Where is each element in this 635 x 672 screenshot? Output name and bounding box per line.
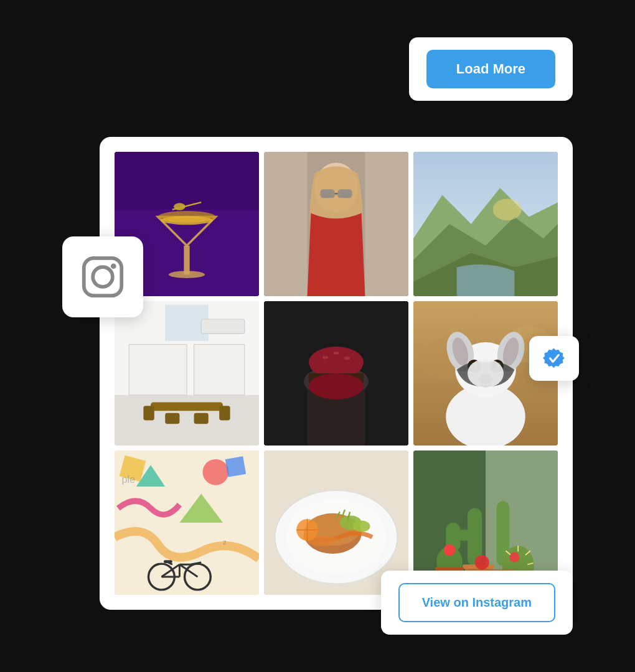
load-more-button[interactable]: Load More — [426, 50, 555, 88]
svg-point-38 — [322, 356, 328, 359]
svg-point-7 — [174, 203, 186, 210]
svg-rect-12 — [337, 189, 352, 198]
fashion-svg — [264, 152, 408, 296]
interior-svg — [115, 301, 259, 446]
svg-rect-28 — [165, 413, 179, 424]
photo-cell-fashion[interactable] — [264, 152, 408, 296]
photo-grid: ple z — [115, 152, 558, 595]
svg-point-37 — [309, 373, 364, 399]
svg-point-39 — [333, 352, 339, 355]
svg-point-3 — [169, 271, 205, 278]
svg-point-100 — [444, 544, 456, 556]
svg-point-106 — [111, 263, 116, 269]
svg-point-105 — [93, 267, 113, 287]
svg-rect-27 — [219, 406, 230, 420]
mountain-svg — [413, 152, 558, 296]
svg-point-102 — [475, 555, 489, 569]
svg-rect-25 — [151, 402, 223, 411]
svg-rect-2 — [184, 246, 189, 274]
instagram-icon — [80, 254, 125, 299]
svg-point-18 — [493, 198, 522, 220]
verified-badge-icon — [543, 347, 565, 370]
svg-rect-23 — [194, 345, 245, 395]
svg-point-81 — [353, 521, 370, 533]
photo-cell-interior[interactable] — [115, 301, 259, 446]
scene: Load More — [62, 37, 573, 635]
load-more-card: Load More — [409, 37, 573, 101]
svg-text:z: z — [223, 538, 227, 546]
svg-point-103 — [509, 553, 519, 562]
art-svg: ple z — [115, 450, 259, 595]
svg-rect-22 — [129, 345, 187, 395]
verified-badge-card — [529, 336, 579, 381]
svg-rect-26 — [143, 406, 154, 420]
svg-point-55 — [468, 359, 504, 388]
photo-cell-food[interactable] — [264, 301, 408, 446]
svg-rect-29 — [194, 413, 209, 424]
view-on-instagram-card: View on Instagram — [381, 571, 573, 635]
svg-rect-30 — [201, 319, 245, 334]
svg-point-59 — [203, 459, 229, 485]
photo-cell-mountain[interactable] — [413, 152, 558, 296]
svg-rect-11 — [320, 189, 334, 198]
view-on-instagram-button[interactable]: View on Instagram — [398, 583, 555, 622]
instagram-icon-card — [62, 236, 143, 317]
svg-rect-60 — [225, 456, 247, 477]
instagram-grid-card: ple z — [100, 137, 573, 610]
svg-point-5 — [161, 216, 213, 225]
svg-rect-104 — [84, 258, 121, 296]
food-svg — [264, 301, 408, 446]
svg-text:ple: ple — [122, 474, 136, 485]
svg-point-40 — [344, 357, 350, 360]
svg-rect-71 — [164, 560, 172, 563]
photo-cell-art[interactable]: ple z — [115, 450, 259, 595]
